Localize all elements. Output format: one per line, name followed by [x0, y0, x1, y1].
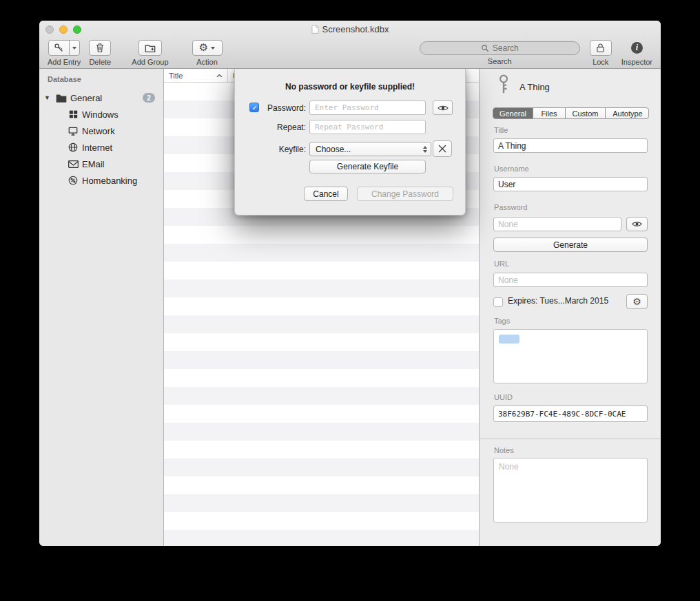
inspector-label: Inspector: [621, 58, 652, 66]
folder-icon: [55, 94, 68, 103]
sidebar-item-email[interactable]: EMail: [39, 156, 163, 172]
traffic-lights: [45, 25, 81, 34]
add-entry-button[interactable]: [48, 40, 70, 56]
keyfile-popup[interactable]: Choose...: [309, 142, 431, 156]
toolbar: Add Entry Delete Add Group: [39, 38, 661, 69]
delete-toolbar-item: Delete: [89, 40, 111, 66]
password-field[interactable]: [493, 217, 621, 231]
repeat-label: Repeat:: [262, 123, 306, 132]
title-field[interactable]: [493, 138, 648, 153]
uuid-field[interactable]: [493, 405, 648, 422]
envelope-icon: [67, 160, 79, 168]
uuid-label: UUID: [494, 393, 513, 401]
repeat-input[interactable]: [309, 120, 426, 134]
lock-icon: [596, 43, 605, 53]
sidebar-item-general[interactable]: ▼ General 2: [39, 89, 163, 106]
sidebar-item-network[interactable]: Network: [39, 123, 163, 139]
clear-keyfile-button[interactable]: [433, 140, 452, 157]
tags-label: Tags: [494, 317, 510, 325]
delete-label: Delete: [89, 58, 111, 66]
search-placeholder: Search: [493, 43, 519, 53]
url-field[interactable]: [493, 273, 648, 287]
trash-icon: [95, 43, 105, 53]
change-password-dialog: No password or keyfile supplied! Passwor…: [234, 69, 466, 215]
window-chrome: Screenshot.kdbx Add Entry: [39, 21, 661, 69]
cancel-button[interactable]: Cancel: [304, 187, 348, 201]
divider: [480, 439, 661, 439]
delete-button[interactable]: [89, 40, 111, 56]
key-icon: [490, 70, 517, 98]
sidebar-item-homebanking[interactable]: Homebanking: [39, 172, 163, 189]
gear-icon: ⚙: [199, 43, 208, 53]
sidebar-item-label: EMail: [82, 159, 105, 169]
chevron-down-icon: [211, 47, 215, 50]
document-icon: [311, 25, 319, 34]
minimize-button[interactable]: [59, 25, 68, 34]
add-group-button[interactable]: [138, 40, 162, 56]
reveal-password-button[interactable]: [433, 101, 453, 115]
inspector-tabs: General Files Custom Autotype: [493, 107, 649, 119]
add-group-label: Add Group: [132, 58, 168, 66]
sidebar-item-windows[interactable]: Windows: [39, 106, 163, 123]
lock-toolbar-item: Lock: [590, 40, 612, 66]
add-entry-dropdown-button[interactable]: [69, 40, 80, 56]
url-field-label: URL: [494, 260, 509, 268]
notes-field[interactable]: [493, 458, 648, 523]
globe-icon: [67, 143, 79, 152]
popup-stepper-icon: [423, 143, 427, 156]
tag-token[interactable]: [499, 335, 519, 344]
notes-label: Notes: [494, 446, 514, 454]
info-icon: i: [631, 42, 643, 54]
inspector-button[interactable]: i: [631, 40, 643, 56]
action-label: Action: [196, 58, 218, 66]
password-checkbox[interactable]: [249, 103, 259, 112]
action-button[interactable]: ⚙: [192, 40, 223, 56]
disclosure-triangle-icon[interactable]: ▼: [44, 94, 50, 101]
tab-custom[interactable]: Custom: [565, 108, 605, 118]
count-badge: 2: [143, 93, 155, 103]
add-entry-label: Add Entry: [48, 58, 81, 66]
eye-icon: [438, 104, 449, 112]
lock-button[interactable]: [590, 40, 612, 56]
change-password-button[interactable]: Change Password: [357, 187, 453, 201]
username-field[interactable]: [493, 177, 648, 191]
expires-checkbox[interactable]: [493, 297, 503, 307]
sidebar-item-label: Network: [82, 126, 115, 136]
close-button[interactable]: [45, 25, 54, 34]
column-header-title[interactable]: Title: [164, 69, 228, 82]
keyfile-label: Keyfile:: [262, 145, 306, 154]
password-label: Password:: [262, 103, 306, 113]
app-window: Screenshot.kdbx Add Entry: [39, 21, 661, 546]
lock-label: Lock: [593, 58, 608, 66]
password-input[interactable]: [309, 101, 426, 115]
folder-plus-icon: [145, 43, 156, 53]
sort-ascending-icon: [216, 74, 223, 78]
chevron-down-icon: [72, 47, 76, 50]
sidebar-item-internet[interactable]: Internet: [39, 139, 163, 156]
titlebar[interactable]: Screenshot.kdbx: [39, 21, 661, 38]
expires-settings-button[interactable]: ⚙: [626, 294, 648, 309]
keyfile-popup-value: Choose...: [316, 145, 351, 154]
tags-field[interactable]: [493, 329, 648, 383]
sidebar-item-label: Homebanking: [82, 176, 137, 186]
search-input[interactable]: Search: [420, 41, 580, 55]
tab-autotype[interactable]: Autotype: [605, 108, 649, 118]
search-toolbar-item: Search Search: [420, 40, 580, 65]
sidebar-header: Database: [39, 75, 163, 89]
tab-general[interactable]: General: [493, 108, 533, 118]
entry-title: A Thing: [519, 82, 550, 92]
magnifier-icon: [481, 44, 489, 52]
dialog-message: No password or keyfile supplied!: [235, 82, 465, 92]
expires-label: Expires: Tues...March 2015: [508, 296, 608, 306]
close-x-icon: [438, 145, 446, 153]
zoom-button[interactable]: [73, 25, 81, 34]
sidebar: Database ▼ General 2 Windows Networ: [39, 69, 164, 546]
username-field-label: Username: [494, 165, 529, 173]
sidebar-item-label: Windows: [82, 109, 119, 120]
eye-icon: [632, 220, 642, 228]
inspector-toolbar-item: i Inspector: [621, 40, 652, 66]
tab-files[interactable]: Files: [533, 108, 565, 118]
generate-keyfile-button[interactable]: Generate Keyfile: [309, 160, 426, 173]
reveal-password-button[interactable]: [626, 217, 648, 231]
generate-password-button[interactable]: Generate: [493, 238, 648, 252]
